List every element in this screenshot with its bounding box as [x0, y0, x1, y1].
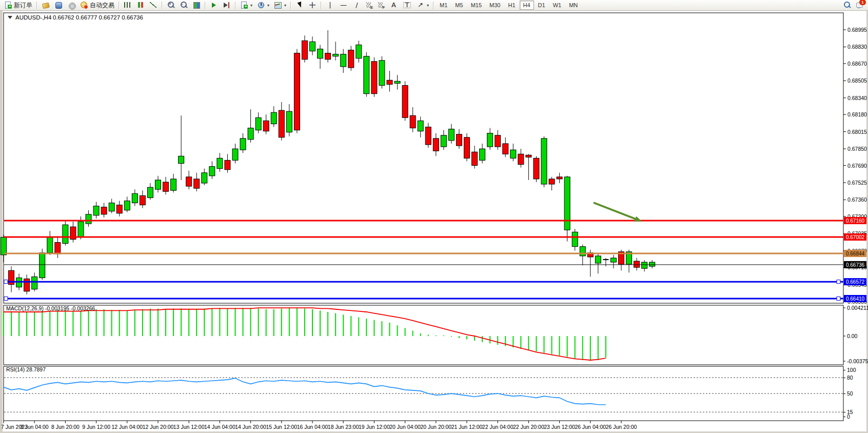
price-tick-label: 0.67360 — [847, 196, 867, 203]
bar-chart-icon — [124, 1, 132, 9]
timeframe-d1[interactable]: D1 — [535, 1, 549, 10]
timeframe-m5[interactable]: M5 — [451, 1, 466, 10]
time-tick-label: 22 Jun 20:00 — [513, 424, 544, 430]
vertical-line-button[interactable]: | — [324, 0, 337, 10]
text-icon: A — [389, 1, 398, 9]
price-tick-label: 0.68340 — [847, 95, 867, 101]
arrows-dropdown-icon[interactable]: ▾ — [427, 3, 429, 8]
zoom-in-icon: + — [167, 1, 175, 9]
arrows-button[interactable]: ↗▾ — [414, 0, 431, 10]
zoom-in-button[interactable]: + — [165, 0, 177, 10]
rsi-label: RSI(14) 28.7897 — [6, 366, 46, 372]
candlestick-chart-button[interactable] — [134, 0, 147, 10]
templates-dropdown-icon[interactable]: ▾ — [284, 3, 286, 8]
macd-label: MACD(12,26,9) -0.003195 -0.003266 — [6, 305, 95, 311]
zoom-out-button[interactable]: - — [177, 0, 190, 10]
hline-price-label: 0.66736 — [846, 262, 865, 268]
hline-price-label: 0.67160 — [846, 218, 865, 224]
time-tick-label: 13 Jun 12:00 — [173, 424, 205, 430]
tile-windows-icon — [192, 1, 201, 9]
toolbar-separator — [162, 2, 163, 9]
hline-price-label: 0.66410 — [846, 296, 865, 302]
text-label-button[interactable]: T — [401, 0, 413, 10]
chart-title: AUDUSD-,H40.66762 0.66777 0.66727 0.6673… — [8, 14, 143, 21]
profile-button[interactable] — [52, 0, 65, 10]
time-tick-label: 14 Jun 20:00 — [235, 424, 266, 430]
timeframe-w1[interactable]: W1 — [549, 1, 565, 10]
periods-dropdown-icon[interactable]: ▾ — [267, 3, 269, 8]
line-handle-left[interactable] — [4, 280, 8, 284]
cursor-button[interactable] — [293, 0, 306, 10]
timeframe-m30[interactable]: M30 — [486, 1, 504, 10]
periods-button[interactable]: ▾ — [255, 0, 271, 10]
price-tick-label: 0.67850 — [847, 146, 867, 152]
bar-chart-button[interactable] — [122, 0, 134, 10]
time-tick-label: 16 Jun 04:00 — [297, 424, 328, 430]
time-tick-label: 26 Jun 04:00 — [575, 424, 606, 430]
timeframe-m1[interactable]: M1 — [436, 1, 451, 10]
toolbar-separator — [119, 2, 120, 9]
auto-trading-button[interactable]: 自动交易 — [78, 0, 116, 10]
price-tick-label: 0.68505 — [847, 77, 867, 84]
timeframe-h4[interactable]: H4 — [520, 1, 534, 10]
timeframe-h1[interactable]: H1 — [504, 1, 519, 10]
auto-scroll-icon — [210, 1, 218, 9]
chart-title-ohlc: 0.66762 0.66777 0.66727 0.66736 — [53, 14, 143, 21]
indicators-button[interactable]: ▾ — [238, 0, 254, 10]
price-tick-label: 0.68995 — [847, 27, 867, 33]
time-tick-label: 8 Jun 20:00 — [51, 424, 80, 430]
toolbar-separator — [290, 2, 291, 9]
tile-windows-button[interactable] — [190, 0, 203, 10]
timeframe-m15[interactable]: M15 — [467, 1, 485, 10]
hline-price-label: 0.67002 — [846, 234, 865, 240]
fibonacci-button[interactable]: F — [376, 0, 387, 10]
time-tick-label: 12 Jun 20:00 — [143, 424, 174, 430]
line-chart-button[interactable] — [147, 0, 160, 10]
pane-borders — [4, 13, 843, 421]
time-tick-label: 8 Jun 04:00 — [21, 424, 49, 430]
line-handle-right[interactable] — [837, 297, 840, 300]
time-axis: 7 Jun 20238 Jun 04:008 Jun 20:009 Jun 12… — [1, 421, 637, 430]
signals-icon — [67, 1, 75, 9]
signals-button[interactable] — [65, 0, 77, 10]
price-tick-label: 0.68180 — [847, 111, 867, 117]
time-tick-label: 15 Jun 12:00 — [266, 424, 297, 430]
templates-button[interactable]: ▾ — [272, 0, 288, 10]
auto-scroll-button[interactable] — [208, 0, 220, 10]
time-tick-label: 12 Jun 04:00 — [111, 424, 143, 430]
styler-icon — [42, 1, 50, 9]
search-button[interactable] — [841, 0, 853, 10]
line-handle-right[interactable] — [837, 280, 840, 284]
line-chart-icon — [149, 1, 157, 9]
zoom-out-icon: - — [180, 1, 188, 9]
trendline-button[interactable]: / — [350, 0, 363, 10]
text-button[interactable]: A — [387, 0, 400, 10]
macd-tick-label: 0.00 — [847, 333, 858, 339]
new-order-icon — [4, 1, 12, 9]
toolbar-separator — [36, 2, 37, 9]
indicators-dropdown-icon[interactable]: ▾ — [250, 3, 252, 8]
macd-tick-label: -0.003755 — [847, 358, 868, 364]
notifications-button[interactable]: 1 — [854, 0, 866, 10]
chart-shift-icon — [223, 1, 231, 9]
toolbar-separator — [235, 2, 236, 9]
arrows-icon: ↗ — [416, 1, 425, 9]
candlestick-chart-icon — [136, 1, 145, 9]
price-tick-label: 0.68015 — [847, 129, 867, 135]
templates-icon — [274, 1, 282, 9]
crosshair-button[interactable] — [306, 0, 319, 10]
styler-button[interactable] — [40, 0, 52, 10]
periods-icon — [257, 1, 265, 9]
time-tick-label: 26 Jun 20:00 — [606, 424, 637, 430]
line-handle-left[interactable] — [4, 297, 8, 300]
horizontal-line-button[interactable]: — — [337, 0, 350, 10]
vertical-line-icon: | — [326, 1, 334, 9]
rsi-tick-label: 80 — [847, 375, 853, 381]
text-label-icon: T — [403, 1, 411, 9]
fibonacci-icon: F — [378, 1, 385, 9]
time-tick-label: 14 Jun 04:00 — [204, 424, 235, 430]
timeframe-mn[interactable]: MN — [565, 1, 581, 10]
new-order-button[interactable]: 新订单 — [2, 0, 34, 10]
equidistant-channel-button[interactable]: E — [364, 0, 375, 10]
chart-shift-button[interactable] — [221, 0, 233, 10]
